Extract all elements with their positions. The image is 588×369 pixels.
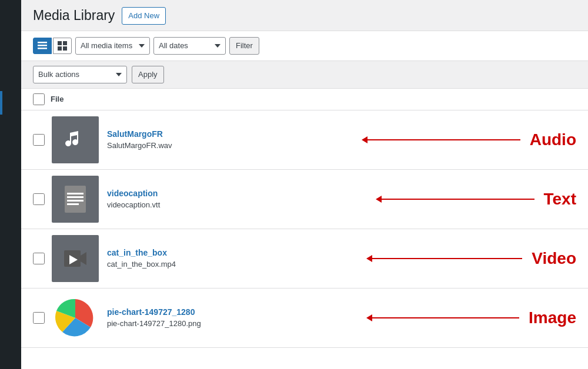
- media-info: pie-chart-149727_1280 pie-chart-149727_1…: [107, 307, 355, 328]
- arrow-head-icon: [362, 136, 368, 143]
- arrow-line: [372, 258, 522, 259]
- row-checkbox[interactable]: [33, 253, 45, 264]
- add-new-button[interactable]: Add New: [122, 7, 166, 25]
- bulk-actions-select[interactable]: Bulk actions Delete Permanently: [33, 66, 127, 83]
- toolbar: All media items Images Audio Video Docum…: [21, 31, 588, 61]
- table-header: File: [21, 89, 588, 110]
- arrow-head-icon: [376, 196, 382, 203]
- grid-view-button[interactable]: [53, 38, 72, 54]
- svg-rect-5: [58, 46, 62, 51]
- row-checkbox[interactable]: [33, 134, 45, 146]
- media-filename: pie-chart-149727_1280.png: [107, 319, 201, 328]
- audio-icon: [64, 128, 87, 152]
- media-name-link[interactable]: SalutMargoFR: [107, 129, 350, 139]
- filter-type-select[interactable]: All media items Images Audio Video Docum…: [75, 37, 150, 55]
- row-checkbox[interactable]: [33, 312, 45, 324]
- media-thumbnail: [52, 235, 99, 282]
- media-info: SalutMargoFR SalutMargoFR.wav: [107, 129, 350, 150]
- main-content: Media Library Add New: [21, 0, 588, 369]
- svg-rect-3: [58, 41, 62, 45]
- annotation-label: Audio: [530, 130, 576, 149]
- media-name-link[interactable]: cat_in_the_box: [107, 248, 355, 257]
- arrow-head-icon: [366, 314, 372, 321]
- annotation: Video: [366, 249, 576, 268]
- pie-chart-preview: [52, 294, 99, 341]
- media-thumbnail: [52, 294, 99, 341]
- svg-rect-9: [67, 196, 83, 198]
- page-title: Media Library: [33, 7, 115, 25]
- media-filename: videocaption.vtt: [107, 200, 160, 209]
- svg-rect-1: [38, 45, 47, 46]
- filter-date-select[interactable]: All dates January 2024 February 2024: [153, 37, 226, 55]
- arrow-line: [368, 139, 520, 140]
- sidebar: [0, 0, 21, 369]
- svg-rect-10: [67, 200, 83, 202]
- annotation: Text: [376, 190, 577, 209]
- media-name-link[interactable]: videocaption: [107, 189, 364, 198]
- table-row: SalutMargoFR SalutMargoFR.wav Audio: [21, 110, 588, 170]
- grid-icon: [58, 41, 67, 51]
- view-toggle: [33, 38, 72, 54]
- annotation-label: Text: [544, 190, 577, 209]
- file-column-header: File: [51, 95, 64, 103]
- app-layout: Media Library Add New: [0, 0, 588, 369]
- annotation-label: Video: [532, 249, 576, 268]
- svg-rect-11: [67, 203, 79, 205]
- media-filename: cat_in_the_box.mp4: [107, 260, 176, 269]
- filter-button[interactable]: Filter: [229, 37, 259, 55]
- svg-rect-8: [67, 193, 83, 194]
- media-thumbnail: [52, 116, 99, 163]
- arrow-line: [372, 317, 519, 318]
- table-row: cat_in_the_box cat_in_the_box.mp4 Video: [21, 229, 588, 289]
- media-name-link[interactable]: pie-chart-149727_1280: [107, 307, 355, 317]
- annotation-label: Image: [529, 308, 576, 327]
- svg-rect-7: [65, 186, 86, 213]
- row-checkbox[interactable]: [33, 193, 45, 205]
- arrow-line: [382, 199, 534, 200]
- media-filename: SalutMargoFR.wav: [107, 141, 172, 150]
- annotation: Image: [366, 308, 576, 327]
- svg-rect-2: [38, 48, 47, 49]
- text-file-icon: [62, 184, 88, 214]
- annotation: Audio: [362, 130, 576, 149]
- svg-rect-4: [63, 41, 67, 45]
- table-row: pie-chart-149727_1280 pie-chart-149727_1…: [21, 289, 588, 348]
- bulk-actions-bar: Bulk actions Delete Permanently Apply: [21, 61, 588, 89]
- list-icon: [38, 41, 47, 51]
- video-icon: [62, 246, 88, 271]
- arrow-head-icon: [366, 255, 372, 262]
- media-info: videocaption videocaption.vtt: [107, 189, 364, 209]
- svg-rect-6: [63, 46, 67, 51]
- sidebar-active-indicator: [0, 91, 2, 115]
- select-all-checkbox[interactable]: [33, 93, 45, 105]
- table-row: videocaption videocaption.vtt Text: [21, 170, 588, 229]
- media-thumbnail: [52, 176, 99, 223]
- media-table: File SalutMargoFR SalutMargoFR.wav Au: [21, 89, 588, 369]
- svg-rect-0: [38, 42, 47, 43]
- media-info: cat_in_the_box cat_in_the_box.mp4: [107, 248, 355, 269]
- apply-button[interactable]: Apply: [132, 66, 164, 83]
- list-view-button[interactable]: [33, 38, 52, 54]
- page-header: Media Library Add New: [21, 0, 588, 31]
